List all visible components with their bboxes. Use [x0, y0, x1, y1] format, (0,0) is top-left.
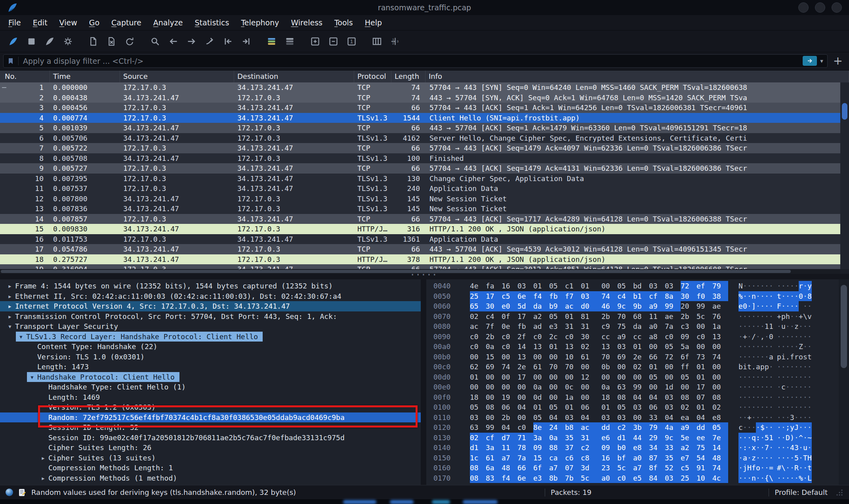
- tree-row[interactable]: Version: TLS 1.0 (0x0301): [0, 352, 421, 362]
- ascii-char[interactable]: ·: [786, 291, 790, 302]
- ascii-char[interactable]: ·: [794, 362, 799, 372]
- hex-byte[interactable]: 03: [665, 392, 681, 403]
- tree-row[interactable]: ▸Frame 4: 1544 bytes on wire (12352 bits…: [0, 281, 421, 291]
- hex-byte[interactable]: 34: [649, 443, 665, 453]
- hex-byte[interactable]: 00: [633, 372, 649, 382]
- ascii-char[interactable]: ·: [799, 402, 803, 412]
- hex-byte[interactable]: 13: [712, 332, 728, 342]
- hex-byte[interactable]: c3: [681, 321, 696, 332]
- ascii-char[interactable]: t: [807, 352, 812, 362]
- hex-byte[interactable]: 62: [470, 362, 486, 372]
- ascii-char[interactable]: ·: [807, 422, 812, 433]
- ascii-char[interactable]: N: [738, 281, 743, 291]
- packet-row[interactable]: 80.00570834.173.241.47172.17.0.3TLSv1.31…: [0, 153, 849, 164]
- hex-byte[interactable]: 44: [633, 433, 649, 443]
- ascii-char[interactable]: ·: [738, 412, 743, 423]
- hex-byte[interactable]: 00: [597, 372, 617, 382]
- ascii-char[interactable]: ·: [781, 402, 786, 412]
- hex-byte[interactable]: a0: [633, 453, 649, 463]
- ascii-char[interactable]: ·: [765, 352, 769, 362]
- ascii-char[interactable]: ·: [781, 422, 786, 433]
- ascii-char[interactable]: %: [738, 291, 743, 302]
- zoom-out-icon[interactable]: [324, 33, 342, 50]
- hex-byte[interactable]: 2b: [681, 311, 696, 322]
- ascii-char[interactable]: ·: [786, 443, 790, 453]
- hex-byte[interactable]: 05: [549, 402, 565, 412]
- ascii-char[interactable]: ·: [760, 433, 765, 443]
- hex-byte[interactable]: 02: [681, 402, 696, 412]
- packet-row[interactable]: 50.00103934.173.241.47172.17.0.3TCP66443…: [0, 123, 849, 133]
- hex-byte[interactable]: 2c: [549, 332, 565, 342]
- hex-byte[interactable]: 09: [533, 443, 549, 453]
- hex-byte[interactable]: 05: [533, 412, 549, 423]
- ascii-char[interactable]: ·: [794, 342, 799, 352]
- ascii-char[interactable]: ,: [760, 332, 765, 342]
- hex-byte[interactable]: 09: [681, 332, 696, 342]
- ascii-char[interactable]: ·: [807, 412, 812, 423]
- ascii-char[interactable]: 1: [769, 433, 773, 443]
- ascii-char[interactable]: ·: [747, 352, 752, 362]
- ascii-char[interactable]: ·: [781, 362, 786, 372]
- hex-byte[interactable]: 00: [517, 392, 533, 403]
- hex-byte[interactable]: 00: [502, 372, 517, 382]
- hex-byte[interactable]: 00: [549, 392, 565, 403]
- hex-byte[interactable]: 00: [549, 382, 565, 392]
- menu-help[interactable]: Help: [359, 16, 388, 29]
- ascii-char[interactable]: ·: [769, 422, 773, 433]
- ascii-char[interactable]: ·: [781, 301, 786, 311]
- hex-byte[interactable]: d1: [470, 443, 486, 453]
- hex-byte[interactable]: 6f: [681, 352, 696, 362]
- ascii-char[interactable]: ·: [803, 342, 807, 352]
- hex-byte[interactable]: 15: [533, 453, 549, 463]
- expand-arrow-icon[interactable]: ▸: [38, 473, 48, 483]
- ascii-char[interactable]: z: [794, 321, 799, 332]
- column-header-no[interactable]: No.: [0, 71, 50, 82]
- hex-byte[interactable]: 00: [486, 392, 502, 403]
- hex-byte[interactable]: 17: [517, 311, 533, 322]
- hex-byte[interactable]: 00: [533, 372, 549, 382]
- hex-byte[interactable]: e3: [533, 473, 549, 483]
- ascii-char[interactable]: ·: [803, 362, 807, 372]
- reload-file-icon[interactable]: [120, 33, 139, 50]
- hex-byte[interactable]: 00: [633, 412, 649, 423]
- packet-row[interactable]: 70.005722172.17.0.334.173.241.47TCP66577…: [0, 143, 849, 153]
- tree-row[interactable]: ▸Cipher Suites (13 suites): [0, 453, 421, 463]
- hex-byte[interactable]: 69: [617, 352, 633, 362]
- hex-byte[interactable]: 01: [649, 362, 665, 372]
- ascii-char[interactable]: ·: [807, 301, 812, 311]
- hex-byte[interactable]: 03: [617, 412, 633, 423]
- hex-byte[interactable]: 0f: [502, 311, 517, 322]
- ascii-char[interactable]: ·: [769, 412, 773, 423]
- hex-byte[interactable]: 00: [470, 382, 486, 392]
- ascii-char[interactable]: ·: [756, 332, 760, 342]
- hex-byte[interactable]: 1c: [470, 453, 486, 463]
- hex-byte[interactable]: cc: [633, 332, 649, 342]
- hex-byte[interactable]: a2: [533, 311, 549, 322]
- hex-byte[interactable]: 16: [597, 453, 617, 463]
- hex-byte[interactable]: 08: [470, 473, 486, 483]
- hex-byte[interactable]: 00: [581, 362, 597, 372]
- window-close-button[interactable]: [832, 2, 842, 13]
- ascii-char[interactable]: ·: [760, 463, 765, 473]
- hex-byte[interactable]: 00: [502, 382, 517, 392]
- ascii-char[interactable]: ·: [807, 382, 812, 392]
- ascii-char[interactable]: {: [765, 473, 769, 483]
- ascii-char[interactable]: ·: [743, 402, 747, 412]
- ascii-char[interactable]: t: [807, 463, 812, 473]
- hex-byte[interactable]: 3a: [486, 443, 502, 453]
- hex-byte[interactable]: 2b: [502, 412, 517, 423]
- ascii-char[interactable]: 5: [794, 453, 799, 463]
- ascii-char[interactable]: ·: [773, 321, 781, 332]
- ascii-char[interactable]: ·: [790, 372, 794, 382]
- hex-byte[interactable]: 76: [712, 311, 728, 322]
- hex-byte[interactable]: 00: [712, 372, 728, 382]
- ascii-char[interactable]: ·: [803, 463, 807, 473]
- hex-byte[interactable]: da: [633, 321, 649, 332]
- hex-byte[interactable]: 20: [681, 301, 696, 311]
- hex-byte[interactable]: 74: [712, 463, 728, 473]
- hex-byte[interactable]: 8a: [665, 291, 681, 302]
- ascii-char[interactable]: ·: [790, 301, 794, 311]
- close-file-icon[interactable]: [102, 33, 120, 50]
- hex-byte[interactable]: c0: [470, 342, 486, 352]
- hex-byte[interactable]: 03: [665, 281, 681, 291]
